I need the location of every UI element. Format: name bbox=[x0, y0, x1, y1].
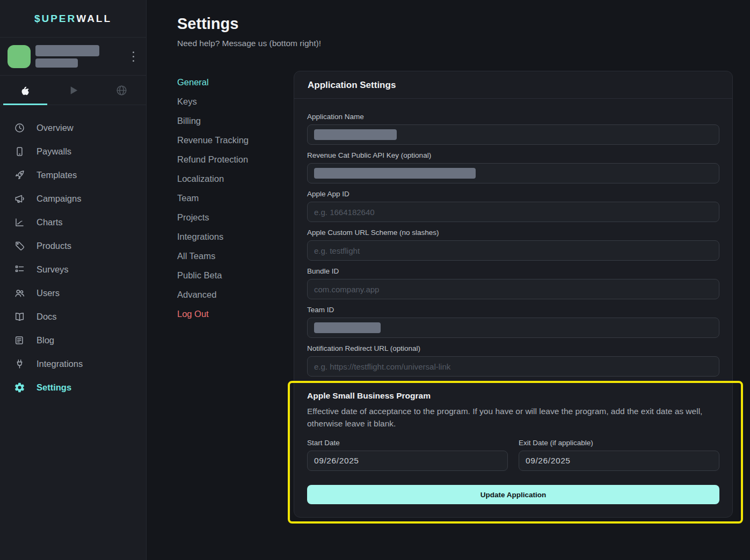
placeholder-text: e.g. testflight bbox=[314, 246, 360, 255]
settings-nav-item-log-out[interactable]: Log Out bbox=[177, 304, 294, 323]
apple-small-business-program-section: Apple Small Business Program Effective d… bbox=[307, 391, 719, 504]
sbp-description: Effective date of acceptance to the prog… bbox=[307, 405, 719, 430]
start-date-label: Start Date bbox=[307, 439, 508, 447]
sidebar-nav: Overview Paywalls Templates Campaigns bbox=[0, 105, 146, 399]
update-application-button[interactable]: Update Application bbox=[307, 485, 719, 504]
app-root: $UPERWALL bbox=[0, 0, 750, 560]
sidebar-item-label: Docs bbox=[37, 312, 57, 322]
application-settings-panel: Application Settings Application NameRev… bbox=[294, 71, 733, 518]
placeholder-text: e.g. 1664182640 bbox=[314, 208, 375, 217]
sidebar-item-label: Settings bbox=[37, 382, 71, 393]
field-bundle-id: Bundle IDcom.company.app bbox=[307, 267, 719, 299]
play-icon bbox=[67, 84, 79, 97]
settings-nav-item-general[interactable]: General bbox=[177, 72, 294, 92]
exit-date-label: Exit Date (if applicable) bbox=[519, 439, 719, 447]
settings-nav-item-advanced[interactable]: Advanced bbox=[177, 285, 294, 304]
sidebar-item-charts[interactable]: Charts bbox=[0, 210, 146, 234]
sidebar-item-label: Overview bbox=[37, 123, 74, 133]
sidebar-item-products[interactable]: Products bbox=[0, 234, 146, 257]
settings-nav-item-billing[interactable]: Billing bbox=[177, 111, 294, 130]
sidebar-item-overview[interactable]: Overview bbox=[0, 116, 146, 139]
globe-icon bbox=[115, 84, 128, 97]
settings-nav-item-localization[interactable]: Localization bbox=[177, 169, 294, 188]
settings-nav-item-integrations[interactable]: Integrations bbox=[177, 227, 294, 246]
settings-nav-item-public-beta[interactable]: Public Beta bbox=[177, 266, 294, 285]
rocket-icon bbox=[14, 170, 25, 181]
exit-date-input[interactable]: 09/26/2025 bbox=[519, 451, 719, 471]
panel-title: Application Settings bbox=[294, 71, 732, 99]
team-id-label: Team ID bbox=[307, 306, 719, 314]
tab-google-play[interactable] bbox=[49, 76, 98, 105]
sidebar-item-blog[interactable]: Blog bbox=[0, 328, 146, 352]
apple-icon bbox=[18, 84, 31, 97]
field-application-name: Application Name bbox=[307, 113, 719, 145]
apple-app-id-input[interactable]: e.g. 1664182640 bbox=[307, 202, 719, 222]
bundle-id-label: Bundle ID bbox=[307, 267, 719, 275]
sidebar-item-settings[interactable]: Settings bbox=[0, 375, 146, 399]
sidebar-item-integrations[interactable]: Integrations bbox=[0, 352, 146, 375]
sidebar-item-label: Integrations bbox=[37, 359, 83, 369]
revenue-cat-public-api-key-optional-input[interactable] bbox=[307, 163, 719, 183]
placeholder-text: e.g. https://testflight.com/universal-li… bbox=[314, 362, 450, 371]
avatar bbox=[8, 45, 31, 68]
exit-date-value: 09/26/2025 bbox=[526, 456, 571, 466]
sidebar-item-label: Blog bbox=[37, 335, 54, 345]
placeholder-text: com.company.app bbox=[314, 285, 379, 294]
sidebar-item-docs[interactable]: Docs bbox=[0, 305, 146, 328]
redacted-account-info bbox=[35, 45, 99, 68]
brand-logo-prefix: $UPER bbox=[34, 13, 76, 25]
team-id-input[interactable] bbox=[307, 318, 719, 338]
settings-nav-item-all-teams[interactable]: All Teams bbox=[177, 246, 294, 266]
gear-icon bbox=[14, 382, 25, 393]
sidebar-item-label: Campaigns bbox=[37, 194, 81, 204]
megaphone-icon bbox=[14, 193, 25, 204]
redacted-account-name bbox=[35, 45, 99, 56]
tag-icon bbox=[14, 240, 25, 252]
sidebar-item-templates[interactable]: Templates bbox=[0, 163, 146, 187]
field-notification-redirect-url-optional: Notification Redirect URL (optional)e.g.… bbox=[307, 344, 719, 377]
redacted-value bbox=[314, 322, 381, 333]
redacted-value bbox=[314, 168, 476, 179]
settings-nav-item-projects[interactable]: Projects bbox=[177, 208, 294, 227]
clock-icon bbox=[14, 122, 25, 134]
newspaper-icon bbox=[14, 335, 25, 346]
settings-nav-item-revenue-tracking[interactable]: Revenue Tracking bbox=[177, 130, 294, 150]
sidebar: $UPERWALL bbox=[0, 0, 147, 560]
account-switcher[interactable] bbox=[0, 38, 146, 76]
sidebar-item-users[interactable]: Users bbox=[0, 281, 146, 305]
settings-nav-item-refund-protection[interactable]: Refund Protection bbox=[177, 150, 294, 169]
platform-tabs bbox=[0, 76, 146, 105]
application-settings-fields: Application NameRevenue Cat Public API K… bbox=[307, 113, 719, 377]
sidebar-item-paywalls[interactable]: Paywalls bbox=[0, 139, 146, 163]
kebab-menu-icon[interactable] bbox=[129, 49, 137, 64]
application-name-input[interactable] bbox=[307, 124, 719, 145]
field-apple-app-id: Apple App IDe.g. 1664182640 bbox=[307, 190, 719, 222]
bundle-id-input[interactable]: com.company.app bbox=[307, 279, 719, 299]
apple-custom-url-scheme-no-slashes-label: Apple Custom URL Scheme (no slashes) bbox=[307, 229, 719, 237]
checklist-icon bbox=[14, 264, 25, 275]
main-content: Settings Need help? Message us (bottom r… bbox=[147, 0, 750, 560]
sidebar-item-surveys[interactable]: Surveys bbox=[0, 257, 146, 281]
tab-apple[interactable] bbox=[0, 76, 49, 105]
apple-custom-url-scheme-no-slashes-input[interactable]: e.g. testflight bbox=[307, 240, 719, 261]
field-apple-custom-url-scheme-no-slashes: Apple Custom URL Scheme (no slashes)e.g.… bbox=[307, 229, 719, 261]
sidebar-item-label: Users bbox=[37, 288, 60, 298]
phone-icon bbox=[14, 146, 25, 157]
settings-nav-item-keys[interactable]: Keys bbox=[177, 92, 294, 111]
sidebar-item-campaigns[interactable]: Campaigns bbox=[0, 187, 146, 210]
notification-redirect-url-optional-label: Notification Redirect URL (optional) bbox=[307, 344, 719, 352]
start-date-input[interactable]: 09/26/2025 bbox=[307, 451, 508, 471]
sidebar-item-label: Paywalls bbox=[37, 146, 71, 157]
redacted-account-sub bbox=[35, 58, 78, 68]
start-date-value: 09/26/2025 bbox=[314, 456, 359, 466]
users-icon bbox=[14, 288, 25, 299]
brand-logo-suffix: WALL bbox=[76, 13, 112, 25]
sidebar-item-label: Templates bbox=[37, 170, 77, 180]
book-icon bbox=[14, 311, 25, 322]
page-subtitle: Need help? Message us (bottom right)! bbox=[177, 39, 750, 48]
tab-web[interactable] bbox=[97, 76, 146, 105]
page-title: Settings bbox=[177, 15, 750, 33]
settings-nav-item-team[interactable]: Team bbox=[177, 188, 294, 208]
sidebar-item-label: Products bbox=[37, 241, 71, 251]
notification-redirect-url-optional-input[interactable]: e.g. https://testflight.com/universal-li… bbox=[307, 356, 719, 377]
